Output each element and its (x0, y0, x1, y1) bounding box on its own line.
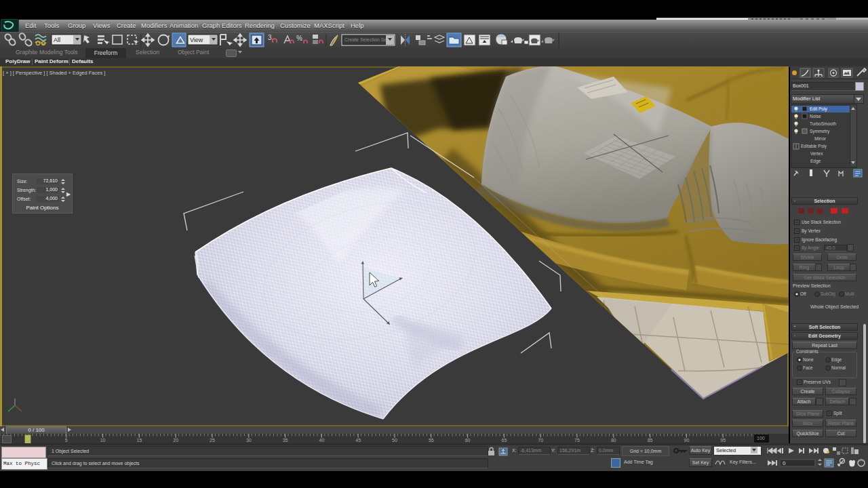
svg-text:50: 50 (392, 438, 397, 443)
svg-text:45: 45 (355, 438, 361, 443)
svg-text:60: 60 (465, 438, 471, 443)
svg-text:15: 15 (137, 438, 142, 443)
svg-text:Create Selection Se: Create Selection Se (344, 37, 387, 42)
svg-text:85: 85 (648, 438, 653, 443)
svg-text:80: 80 (611, 438, 616, 443)
svg-text:3: 3 (268, 34, 272, 41)
svg-text:25: 25 (210, 438, 215, 443)
svg-text:95: 95 (720, 438, 726, 443)
svg-text:55: 55 (429, 438, 434, 443)
svg-text:10: 10 (100, 438, 106, 443)
svg-text:All: All (54, 37, 60, 43)
svg-text:40: 40 (319, 438, 325, 443)
svg-text:35: 35 (283, 438, 288, 443)
svg-text:%: % (296, 35, 302, 42)
svg-text:75: 75 (574, 438, 580, 443)
svg-text:30: 30 (246, 438, 252, 443)
svg-text:5: 5 (65, 438, 68, 443)
svg-text:View: View (190, 37, 203, 43)
svg-text:0: 0 (783, 460, 786, 466)
svg-text:90: 90 (684, 438, 690, 443)
svg-text:65: 65 (502, 438, 507, 443)
svg-text:70: 70 (538, 438, 543, 443)
svg-text:20: 20 (173, 438, 178, 443)
